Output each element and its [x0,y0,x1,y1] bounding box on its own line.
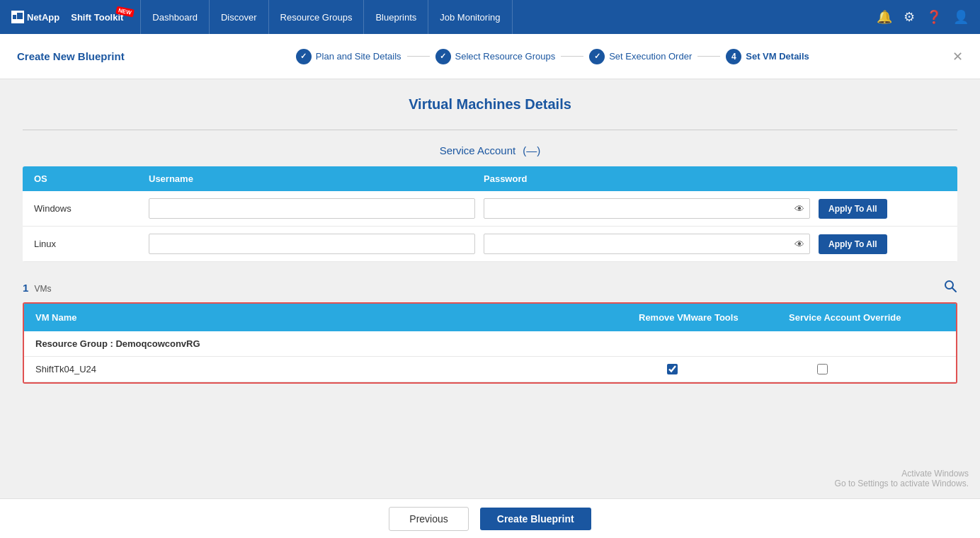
step-3-circle: ✓ [589,49,605,64]
vm-col-name: VM Name [35,312,630,323]
credentials-table-header: OS Username Password [23,166,957,191]
wizard-steps: ✓ Plan and Site Details ✓ Select Resourc… [153,49,952,64]
linux-apply-cell: Apply To All [819,234,946,254]
col-os: OS [34,173,140,184]
windows-password-cell: 👁 [484,198,810,219]
linux-eye-icon[interactable]: 👁 [794,239,804,250]
wizard-title: Create New Blueprint [17,50,125,62]
linux-password-cell: 👁 [484,234,810,254]
step-3: ✓ Set Execution Order [589,49,692,64]
windows-apply-all-button[interactable]: Apply To All [819,199,887,219]
windows-username-input[interactable] [149,198,475,219]
linux-password-wrapper: 👁 [484,234,810,254]
notification-icon[interactable]: 🔔 [877,9,892,25]
topbar-actions: 🔔 ⚙ ❓ 👤 [877,9,969,25]
vm-table-row: ShiftTk04_U24 [24,357,956,382]
vm-group-label: Resource Group : DemoqcowconvRG [24,331,956,357]
topbar-nav: Dashboard Discover Resource Groups Bluep… [140,0,877,34]
topbar: NetApp Shift Toolkit NEW Dashboard Disco… [0,0,980,34]
footer: Previous Create Blueprint [0,498,980,538]
vm-service-override-checkbox[interactable] [817,364,828,374]
step-4-label: Set VM Details [746,51,809,62]
svg-rect-1 [13,15,16,19]
service-account-icon: (—) [523,144,540,156]
svg-rect-2 [17,13,23,19]
nav-discover[interactable]: Discover [210,0,269,34]
step-1-label: Plan and Site Details [316,51,401,62]
previous-button[interactable]: Previous [389,507,468,531]
step-sep-2 [561,56,583,57]
vm-col-service-override: Service Account Override [789,312,945,323]
vm-name: ShiftTk04_U24 [35,364,630,374]
vm-remove-tools-cell [639,364,780,374]
vms-count-display: 1 VMs [23,282,52,294]
windows-password-input[interactable] [484,198,810,219]
step-2: ✓ Select Resource Groups [435,49,556,64]
netapp-text: NetApp [27,12,59,23]
windows-password-wrapper: 👁 [484,198,810,219]
windows-row: Windows 👁 Apply To All [23,191,957,227]
col-password: Password [484,173,810,184]
vms-number: 1 [23,282,28,294]
netapp-logo: NetApp [11,11,59,23]
brand: NetApp Shift Toolkit NEW [11,11,123,23]
nav-resource-groups[interactable]: Resource Groups [269,0,365,34]
windows-eye-icon[interactable]: 👁 [794,203,804,214]
vms-header: 1 VMs [23,279,957,297]
divider [23,130,957,130]
vms-search-icon[interactable] [943,279,957,297]
wizard-header: Create New Blueprint ✓ Plan and Site Det… [0,34,980,79]
settings-icon[interactable]: ⚙ [904,9,915,25]
linux-username-cell [149,234,475,254]
vm-table: VM Name Remove VMware Tools Service Acco… [23,302,957,384]
vm-col-remove-tools: Remove VMware Tools [639,312,780,323]
linux-password-input[interactable] [484,234,810,254]
linux-row: Linux 👁 Apply To All [23,227,957,262]
page-title: Virtual Machines Details [23,96,957,113]
svg-line-4 [952,288,956,292]
step-2-label: Select Resource Groups [455,51,556,62]
nav-job-monitoring[interactable]: Job Monitoring [428,0,512,34]
main-content: Virtual Machines Details Service Account… [0,79,980,538]
step-1-circle: ✓ [296,49,312,64]
windows-apply-cell: Apply To All [819,199,946,219]
step-1: ✓ Plan and Site Details [296,49,401,64]
windows-username-cell [149,198,475,219]
vm-table-header: VM Name Remove VMware Tools Service Acco… [24,304,956,331]
nav-dashboard[interactable]: Dashboard [140,0,210,34]
service-account-section-title: Service Account (—) [23,144,957,156]
vm-remove-tools-checkbox[interactable] [667,364,678,374]
step-2-circle: ✓ [435,49,451,64]
close-wizard-button[interactable]: ✕ [952,49,963,64]
step-4: 4 Set VM Details [726,49,809,64]
credentials-table: OS Username Password Windows 👁 Apply To … [23,166,957,262]
col-username: Username [149,173,475,184]
vms-text-label: VMs [35,284,52,294]
nav-blueprints[interactable]: Blueprints [364,0,428,34]
step-sep-1 [407,56,430,57]
linux-username-input[interactable] [149,234,475,254]
step-3-label: Set Execution Order [609,51,692,62]
user-icon[interactable]: 👤 [953,9,969,25]
linux-os-label: Linux [34,239,140,249]
windows-os-label: Windows [34,203,140,214]
create-blueprint-button[interactable]: Create Blueprint [480,508,591,530]
step-sep-3 [697,56,720,57]
help-icon[interactable]: ❓ [926,9,942,25]
linux-apply-all-button[interactable]: Apply To All [819,234,887,254]
vm-service-override-cell [789,364,945,374]
netapp-logo-icon [11,11,24,23]
step-4-circle: 4 [726,49,741,64]
